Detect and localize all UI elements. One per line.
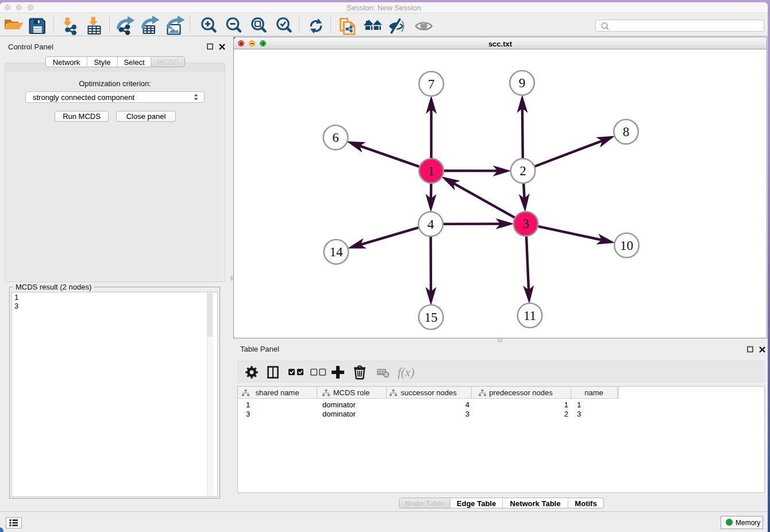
- svg-text:7: 7: [428, 77, 435, 91]
- svg-text:4: 4: [428, 217, 434, 232]
- svg-text:3: 3: [522, 217, 529, 231]
- svg-text:11: 11: [523, 309, 536, 323]
- svg-text:8: 8: [623, 125, 630, 139]
- svg-text:15: 15: [425, 310, 438, 325]
- svg-text:9: 9: [519, 76, 526, 90]
- svg-text:10: 10: [620, 238, 633, 253]
- svg-text:1: 1: [428, 164, 435, 178]
- svg-text:f(x): f(x): [398, 365, 414, 379]
- svg-text:2: 2: [519, 164, 526, 178]
- svg-text:14: 14: [330, 245, 344, 259]
- svg-text:6: 6: [332, 130, 339, 145]
